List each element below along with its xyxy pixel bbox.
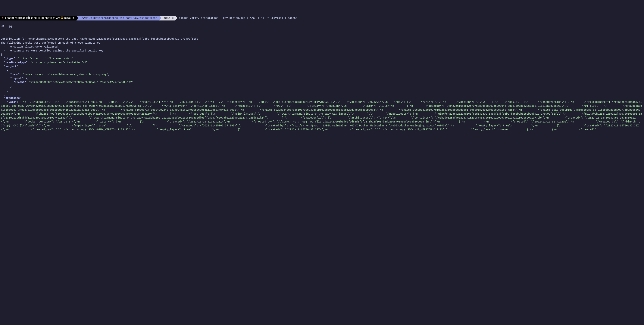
command-continuation: -D | jq .	[0, 24, 644, 28]
type-key: "_type"	[4, 57, 15, 60]
context-segment: ✗ rewanthtammana💀kind-kubernetes1.25😎def…	[0, 16, 76, 20]
name-value: "index.docker.io/rewanthtammana/sigstore…	[23, 73, 108, 76]
subject-key: "subject"	[4, 65, 18, 68]
prompt-line: ✗ rewanthtammana💀kind-kubernetes1.25😎def…	[0, 16, 644, 20]
sha256-key: "sha256"	[13, 81, 26, 84]
terminal-output: Verification for rewanthtammana/sigstore…	[0, 32, 644, 132]
verify-line-1: Verification for rewanthtammana/sigstore…	[1, 37, 203, 40]
git-branch: main ±	[162, 16, 174, 20]
json-open: {	[1, 53, 2, 56]
subject-obj-open: {	[7, 69, 9, 72]
sha256-value: "212dad360f60d13c80c7836df53ff98bb7f660b…	[29, 81, 134, 84]
user-context: rewanthtammana💀kind-kubernetes1.25😎defau…	[4, 16, 74, 20]
cwd-path: ~/work/sigstore/sigstore-the-easy-way/gu…	[80, 16, 157, 20]
command-input[interactable]: cosign verify-attestation --key cosign.p…	[176, 16, 297, 20]
data-value: "{\n \"invocation\": {\n \"parameters\":…	[1, 100, 642, 131]
predicatetype-key: "predicateType"	[4, 61, 28, 64]
type-value: "https://in-toto.io/Statement/v0.1"	[18, 57, 73, 60]
git-segment: main ±	[159, 16, 176, 20]
verify-line-3: - The cosign claims were validated	[1, 45, 58, 48]
path-segment: ~/work/sigstore/sigstore-the-easy-way/gu…	[76, 16, 159, 20]
verify-line-4: - The signatures were verified against t…	[1, 49, 104, 52]
predicate-key: "predicate"	[4, 97, 21, 100]
verify-line-2: The following checks were performed on e…	[1, 41, 102, 44]
data-key: "Data"	[7, 100, 16, 103]
close-icon: ✗	[2, 16, 4, 20]
digest-key: "digest"	[10, 77, 23, 80]
predicatetype-value: "cosign.sigstore.dev/attestation/v1"	[31, 61, 88, 64]
name-key: "name"	[10, 73, 20, 76]
